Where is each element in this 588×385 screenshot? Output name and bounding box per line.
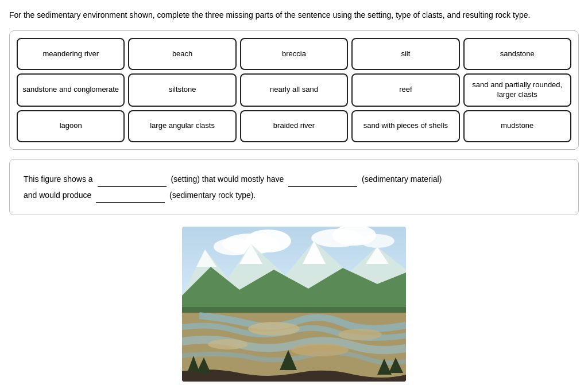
tile-lagoon[interactable]: lagoon — [17, 110, 125, 142]
instructions-text: For the sedimentary environment shown, c… — [9, 9, 579, 21]
tile-siltstone[interactable]: siltstone — [128, 73, 236, 107]
tile-sand-with-shells[interactable]: sand with pieces of shells — [351, 110, 459, 142]
tiles-grid: meandering river beach breccia silt sand… — [17, 38, 571, 142]
tile-braided-river[interactable]: braided river — [240, 110, 348, 142]
sentence-box: This figure shows a (setting) that would… — [9, 159, 579, 215]
sentence-label2: (sedimentary material) — [362, 174, 442, 184]
tile-large-angular-clasts[interactable]: large angular clasts — [128, 110, 236, 142]
tile-silt[interactable]: silt — [351, 38, 459, 70]
tile-reef[interactable]: reef — [351, 73, 459, 107]
drag-tiles-area: meandering river beach breccia silt sand… — [9, 30, 579, 150]
svg-point-18 — [291, 344, 349, 356]
blank-setting[interactable] — [98, 177, 167, 187]
tile-sand-partially-rounded[interactable]: sand and partially rounded, larger clast… — [463, 73, 571, 107]
sentence-part2: and would produce — [24, 190, 91, 200]
sentence-part1: This figure shows a — [24, 174, 93, 184]
blank-rock-type[interactable] — [96, 193, 165, 203]
sentence-label3: (sedimentary rock type). — [169, 190, 256, 200]
image-container — [9, 227, 579, 382]
tile-nearly-all-sand[interactable]: nearly all sand — [240, 73, 348, 107]
svg-point-6 — [360, 234, 394, 248]
sentence-label1: (setting) that would mostly have — [171, 174, 284, 184]
tile-meandering-river[interactable]: meandering river — [17, 38, 125, 70]
river-photo — [182, 227, 406, 382]
tile-sandstone-conglomerate[interactable]: sandstone and conglomerate — [17, 73, 125, 107]
tile-sandstone[interactable]: sandstone — [463, 38, 571, 70]
svg-point-16 — [338, 329, 382, 340]
tile-beach[interactable]: beach — [128, 38, 236, 70]
tile-mudstone[interactable]: mudstone — [463, 110, 571, 142]
svg-point-15 — [248, 322, 300, 336]
svg-point-17 — [208, 339, 248, 349]
tile-breccia[interactable]: breccia — [240, 38, 348, 70]
blank-material[interactable] — [288, 177, 357, 187]
